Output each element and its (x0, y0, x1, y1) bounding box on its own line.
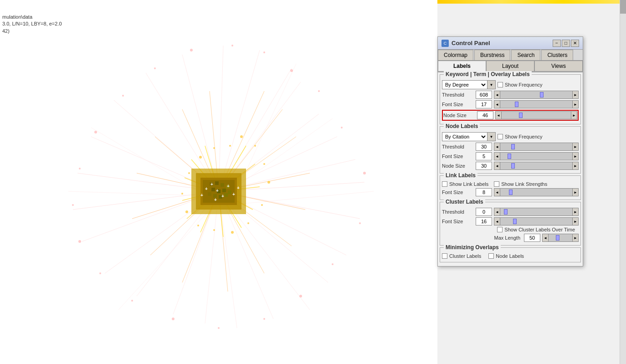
ll-fontsize-slider-track[interactable] (500, 188, 572, 196)
tab-burstness[interactable]: Burstness (474, 50, 510, 60)
threshold-slider-track[interactable] (500, 91, 572, 99)
tab-views[interactable]: Views (534, 61, 583, 72)
restore-button[interactable]: □ (562, 40, 570, 47)
svg-rect-73 (224, 193, 228, 197)
nodelabels-dropdown-row: By Citation ▼ Show Frequency (442, 132, 579, 141)
svg-point-112 (72, 204, 74, 206)
ll-fontsize-slider-thumb[interactable] (509, 190, 513, 195)
keyword-select[interactable]: By Degree (442, 80, 487, 89)
scrollbar-thumb[interactable] (620, 0, 626, 14)
ll-fontsize-slider-left[interactable]: ◄ (494, 188, 500, 196)
cl-threshold-slider-left[interactable]: ◄ (494, 208, 500, 216)
nl-fontsize-slider-right[interactable]: ► (572, 152, 579, 160)
clusterlabels-fontsize-slider[interactable]: ◄ ► (494, 217, 579, 226)
control-panel: C Control Panel − □ ✕ Colormap Burstness… (437, 36, 583, 267)
cl-fontsize-slider-right[interactable]: ► (572, 217, 579, 226)
tabs-row1: Colormap Burstness Search Clusters (438, 50, 583, 61)
cl-threshold-slider-thumb[interactable] (504, 209, 508, 215)
nodelabels-dropdown[interactable]: By Citation ▼ (442, 132, 496, 141)
svg-point-93 (185, 210, 188, 213)
nodelabels-threshold-value: 30 (476, 143, 492, 151)
nodesize-slider-thumb[interactable] (519, 113, 523, 118)
cl-fontsize-slider-left[interactable]: ◄ (494, 217, 500, 226)
svg-point-106 (263, 318, 265, 320)
nl-nodesize-slider-left[interactable]: ◄ (494, 162, 500, 170)
fontsize-slider-left[interactable]: ◄ (494, 100, 500, 108)
tab-labels[interactable]: Labels (438, 61, 486, 72)
nodelabels-select[interactable]: By Citation (442, 132, 487, 141)
fontsize-slider-thumb[interactable] (515, 102, 518, 107)
cl-maxlength-slider-thumb[interactable] (556, 235, 559, 241)
cl-maxlength-slider-right[interactable]: ► (572, 234, 579, 242)
cl-fontsize-slider-thumb[interactable] (513, 219, 517, 224)
minimize-button[interactable]: − (553, 40, 561, 47)
nl-nodesize-slider-thumb[interactable] (511, 163, 515, 169)
fontsize-slider-track[interactable] (500, 100, 572, 108)
nl-fontsize-slider-thumb[interactable] (508, 154, 511, 159)
svg-point-91 (213, 229, 215, 231)
threshold-slider-right[interactable]: ► (572, 91, 579, 99)
fontsize-slider-right[interactable]: ► (572, 100, 579, 108)
nodelabels-dropdown-arrow[interactable]: ▼ (487, 132, 496, 141)
keyword-threshold-slider[interactable]: ◄ ► (494, 91, 579, 99)
nodelabels-nodesize-row: Node Size 30 ◄ ► (442, 162, 579, 170)
clusterlabels-maxlength-slider[interactable]: ◄ ► (542, 234, 579, 242)
nl-threshold-slider-track[interactable] (500, 143, 572, 151)
threshold-slider-thumb[interactable] (540, 92, 544, 97)
threshold-slider-left[interactable]: ◄ (494, 91, 500, 99)
cl-fontsize-slider-track[interactable] (500, 217, 572, 226)
canvas-info-line3: 42) (2, 28, 62, 35)
nodesize-slider-left[interactable]: ◄ (495, 111, 502, 119)
nl-nodesize-slider-track[interactable] (500, 162, 572, 170)
nl-fontsize-slider-left[interactable]: ◄ (494, 152, 500, 160)
show-cluster-labels-overtime-checkbox[interactable] (497, 227, 503, 232)
show-cluster-labels-overtime-row: Show Cluster Labels Over Time (442, 227, 579, 232)
cl-maxlength-slider-track[interactable] (549, 234, 572, 242)
svg-rect-67 (211, 188, 215, 191)
nodelabels-nodesize-slider[interactable]: ◄ ► (494, 162, 579, 170)
show-link-strengths-checkbox[interactable] (494, 181, 499, 187)
nodelabels-fontsize-slider[interactable]: ◄ ► (494, 152, 579, 160)
control-panel-icon: C (441, 40, 449, 47)
cl-threshold-slider-right[interactable]: ► (572, 208, 579, 216)
nodelabels-threshold-row: Threshold 30 ◄ ► (442, 143, 579, 151)
svg-point-89 (247, 222, 249, 224)
keyword-dropdown-arrow[interactable]: ▼ (487, 80, 496, 89)
nodesize-slider-track[interactable] (502, 111, 571, 119)
tab-clusters[interactable]: Clusters (541, 50, 573, 60)
svg-point-94 (181, 193, 183, 195)
tab-colormap[interactable]: Colormap (438, 50, 473, 60)
cl-maxlength-slider-left[interactable]: ◄ (542, 234, 549, 242)
clusterlabels-fontsize-value: 16 (476, 217, 492, 226)
main-scrollbar[interactable] (620, 0, 626, 364)
tab-layout[interactable]: Layout (486, 61, 534, 72)
keyword-section-title: Keyword | Term | Overlay Labels (444, 71, 532, 77)
tab-search[interactable]: Search (511, 50, 540, 60)
nodesize-slider-right[interactable]: ► (571, 111, 577, 119)
linklabels-fontsize-slider[interactable]: ◄ ► (494, 188, 579, 196)
keyword-show-frequency-checkbox[interactable] (498, 82, 503, 87)
nodelabels-show-frequency-checkbox[interactable] (498, 134, 503, 139)
nl-fontsize-slider-track[interactable] (500, 152, 572, 160)
show-cluster-labels-overtime-label: Show Cluster Labels Over Time (504, 227, 575, 232)
svg-point-99 (290, 69, 293, 72)
keyword-dropdown[interactable]: By Degree ▼ (442, 80, 496, 89)
keyword-fontsize-slider[interactable]: ◄ ► (494, 100, 579, 108)
cl-threshold-slider-track[interactable] (500, 208, 572, 216)
minimizing-cluster-labels-label: Cluster Labels (449, 253, 481, 259)
show-link-labels-checkbox[interactable] (442, 181, 447, 187)
close-button[interactable]: ✕ (571, 40, 579, 47)
nl-threshold-slider-left[interactable]: ◄ (494, 143, 500, 151)
nodelabels-threshold-slider[interactable]: ◄ ► (494, 143, 579, 151)
nl-threshold-slider-thumb[interactable] (511, 144, 515, 149)
svg-point-85 (254, 145, 256, 147)
clusterlabels-threshold-slider[interactable]: ◄ ► (494, 208, 579, 216)
keyword-threshold-row: Threshold 608 ◄ ► (442, 91, 579, 99)
nl-threshold-slider-right[interactable]: ► (572, 143, 579, 151)
minimizing-cluster-labels-checkbox[interactable] (442, 253, 447, 259)
ll-fontsize-slider-right[interactable]: ► (572, 188, 579, 196)
keyword-nodesize-slider[interactable]: ◄ ► (495, 111, 577, 119)
minimizing-node-labels-checkbox[interactable] (488, 253, 494, 259)
svg-point-118 (231, 45, 233, 46)
nl-nodesize-slider-right[interactable]: ► (572, 162, 579, 170)
